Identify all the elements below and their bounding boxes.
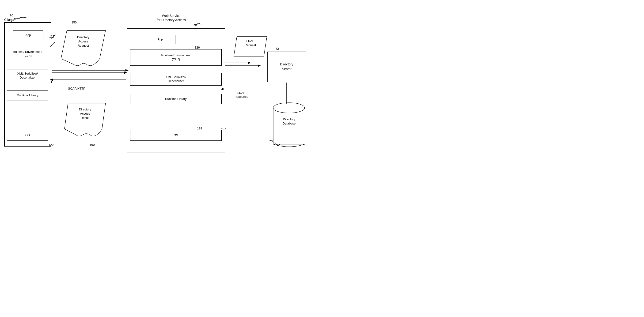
client-runtimelib-box: Runtime Library [7,90,48,101]
server-app-box: App [145,35,176,44]
soap-http-label: SOAP/HTTP [68,87,85,91]
ref-126: 126 [195,46,200,49]
dir-access-result-shape: DirectoryAccessResult [63,101,107,142]
ref-150: 150 [72,21,77,24]
client-container [4,22,51,146]
client-os-label: OS [25,134,30,138]
client-label: Client [4,18,13,22]
client-runtime-box: Runtime Environment(CLR) [7,46,48,62]
client-runtimelib-label: Runtime Library [17,94,38,98]
server-runtimelib-label: Runtime Library [165,97,187,101]
diagram: 90 Client 120 App Runtime Environment(CL… [0,0,322,158]
ref-72: 72 [276,47,279,50]
server-xml-label: XML Serializer/Deserializer [166,75,186,83]
svg-marker-19 [248,62,251,64]
svg-point-13 [273,103,305,113]
client-runtime-label: Runtime Environment(CLR) [13,50,42,58]
server-os-label: OS [174,134,178,138]
server-os-box: OS [130,130,222,141]
ldap-request-shape: LDAPRequest [232,35,268,58]
client-app-box: App [13,30,44,40]
directory-server-box: DirectoryServer [267,52,306,82]
server-runtime-label: Runtime Environment(CLR) [161,54,191,62]
ldap-request-text: LDAPRequest [232,39,268,47]
server-runtimelib-box: Runtime Library [130,94,222,104]
ref-120: 120 [49,35,54,38]
server-runtime-box: Runtime Environment(CLR) [130,49,222,66]
client-xml-label: XML Serializer/Deserializer [17,72,38,80]
client-os-box: OS [7,130,48,141]
ref-128: 128 [197,126,202,130]
directory-server-label: DirectoryServer [280,62,293,71]
ref-122: 122 [48,143,54,146]
dir-access-result-text: DirectoryAccessResult [63,108,107,120]
client-xml-box: XML Serializer/Deserializer [7,69,48,82]
dir-access-request-text: DirectoryAccessRequest [60,35,107,48]
ref-160: 160 [90,143,95,146]
directory-database-label: DirectoryDatabase [271,117,307,126]
ldap-response-label: LDAPResponse [234,91,248,99]
web-service-label: Web Servicefor Directory Access [148,14,195,22]
directory-database: DirectoryDatabase [271,101,307,150]
server-xml-box: XML Serializer/Deserializer [130,73,222,86]
ref-90: 90 [10,14,13,17]
svg-marker-5 [258,64,261,67]
ref-92: 92 [194,24,198,27]
svg-rect-12 [273,108,305,144]
dir-access-request-shape: DirectoryAccessRequest [60,28,107,70]
